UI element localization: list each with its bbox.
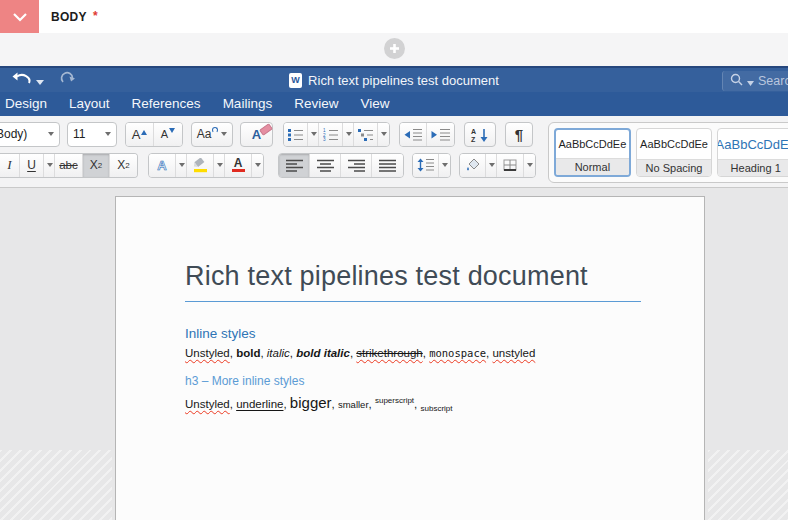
torn-edge-decoration [0, 450, 112, 520]
increase-indent-button[interactable] [427, 123, 454, 146]
text-run: italic [267, 347, 290, 359]
multilevel-list-icon [358, 128, 373, 141]
svg-text:A: A [471, 128, 476, 135]
tab-mailings[interactable]: Mailings [212, 92, 284, 116]
chevron-down-icon [221, 132, 227, 136]
align-center-button[interactable] [310, 154, 341, 177]
style-label: Heading 1 [718, 159, 788, 176]
text-run: bold [236, 347, 260, 359]
clear-formatting-button[interactable]: A [240, 122, 273, 147]
style-sample: AaBbCcDdEe [718, 129, 788, 159]
toolbar-strip [0, 33, 788, 66]
bullets-dropdown[interactable] [308, 123, 319, 146]
word-document-icon: W [289, 73, 302, 88]
show-paragraph-marks-button[interactable]: ¶ [505, 122, 533, 147]
tab-design[interactable]: Design [3, 92, 58, 116]
required-asterisk: * [93, 9, 98, 23]
add-button[interactable] [384, 38, 405, 59]
shading-button[interactable] [460, 154, 486, 177]
grow-font-button[interactable]: A [126, 123, 154, 146]
tab-layout[interactable]: Layout [58, 92, 121, 116]
bullets-button[interactable] [284, 123, 308, 146]
paint-bucket-icon [465, 158, 481, 172]
line-spacing-dropdown[interactable] [439, 154, 450, 177]
align-left-icon [286, 159, 303, 172]
text-run: bigger [290, 394, 332, 411]
strikethrough-button[interactable]: abc [55, 154, 83, 177]
text-run: smaller [338, 399, 369, 410]
undo-button[interactable] [12, 71, 32, 89]
italic-button[interactable]: I [0, 154, 20, 177]
underline-dropdown[interactable] [44, 154, 55, 177]
inspector-bar: BODY * [0, 0, 788, 33]
undo-dropdown[interactable] [36, 71, 44, 89]
body-dropdown-button[interactable] [0, 0, 39, 33]
underline-button[interactable]: U [20, 154, 44, 177]
tab-review[interactable]: Review [283, 92, 349, 116]
search-icon [730, 72, 743, 90]
redo-button[interactable] [60, 71, 75, 89]
borders-icon [503, 159, 518, 172]
align-right-icon [348, 159, 365, 172]
font-size-select[interactable]: 11 [67, 122, 117, 147]
text-effects-icon: A [157, 158, 166, 173]
search-label: Search [758, 74, 788, 88]
numbered-list-icon: 123 [323, 128, 338, 141]
borders-dropdown[interactable] [524, 154, 535, 177]
superscript-button[interactable]: X2 [110, 154, 137, 177]
search-box[interactable]: Search [722, 71, 788, 91]
style-label: No Spacing [637, 159, 712, 176]
style-heading-1[interactable]: AaBbCcDdEeHeading 1 [717, 128, 788, 177]
text-run: strikethrough [356, 347, 422, 359]
align-center-icon [317, 159, 334, 172]
font-name-select[interactable]: (Body) [0, 122, 60, 147]
shrink-font-button[interactable]: A [154, 123, 182, 146]
decrease-indent-button[interactable] [400, 123, 427, 146]
eraser-icon [259, 123, 273, 136]
heading-inline-styles: Inline styles [185, 326, 658, 341]
text-run: underline [236, 398, 283, 410]
change-case-button[interactable]: Aa [191, 122, 233, 147]
body-line-1: Unstyled, bold, italic, bold italic, str… [185, 347, 658, 359]
body-label: BODY [51, 10, 87, 24]
align-right-button[interactable] [341, 154, 372, 177]
indent-icon [431, 128, 450, 141]
style-no-spacing[interactable]: AaBbCcDdEeNo Spacing [636, 128, 713, 177]
triangle-up-icon [141, 130, 147, 135]
document-title: Rich text pipelines test document [185, 261, 641, 302]
text-run: unstyled [492, 347, 535, 359]
document-page[interactable]: Rich text pipelines test document Inline… [115, 196, 705, 520]
line-spacing-button[interactable] [413, 154, 439, 177]
multilevel-dropdown[interactable] [378, 123, 389, 146]
text-effects-button[interactable]: A [149, 154, 176, 177]
text-effects-dropdown[interactable] [176, 154, 187, 177]
numbering-dropdown[interactable] [343, 123, 354, 146]
text-highlight-dropdown[interactable] [214, 154, 225, 177]
line-spacing-icon [417, 158, 434, 172]
multilevel-list-button[interactable] [354, 123, 378, 146]
style-normal[interactable]: AaBbCcDdEeNormal [554, 128, 631, 177]
font-color-icon: A [232, 158, 245, 172]
text-run: superscript [375, 396, 414, 405]
font-color-button[interactable]: A [225, 154, 252, 177]
numbering-button[interactable]: 123 [319, 123, 343, 146]
chevron-down-icon [105, 132, 111, 136]
sort-button[interactable]: AZ [464, 122, 496, 147]
sort-az-icon: AZ [470, 127, 490, 142]
font-color-dropdown[interactable] [252, 154, 263, 177]
tab-references[interactable]: References [121, 92, 212, 116]
window-titlebar: W Rich text pipelines test document Sear… [0, 66, 788, 92]
font-size-value: 11 [73, 127, 85, 141]
tab-view[interactable]: View [349, 92, 400, 116]
align-left-button[interactable] [279, 154, 310, 177]
body-line-2: Unstyled, underline, bigger, smaller, su… [185, 394, 658, 413]
justify-button[interactable] [372, 154, 403, 177]
chevron-down-icon [12, 8, 28, 26]
svg-text:3: 3 [323, 137, 326, 141]
ribbon-tab-row: DesignLayoutReferencesMailingsReviewView [0, 92, 788, 116]
text-highlight-button[interactable] [187, 154, 214, 177]
ribbon: (Body) 11 A A Aa A 123 [0, 116, 788, 188]
shading-dropdown[interactable] [486, 154, 497, 177]
subscript-button[interactable]: X2 [83, 154, 110, 177]
borders-button[interactable] [497, 154, 524, 177]
